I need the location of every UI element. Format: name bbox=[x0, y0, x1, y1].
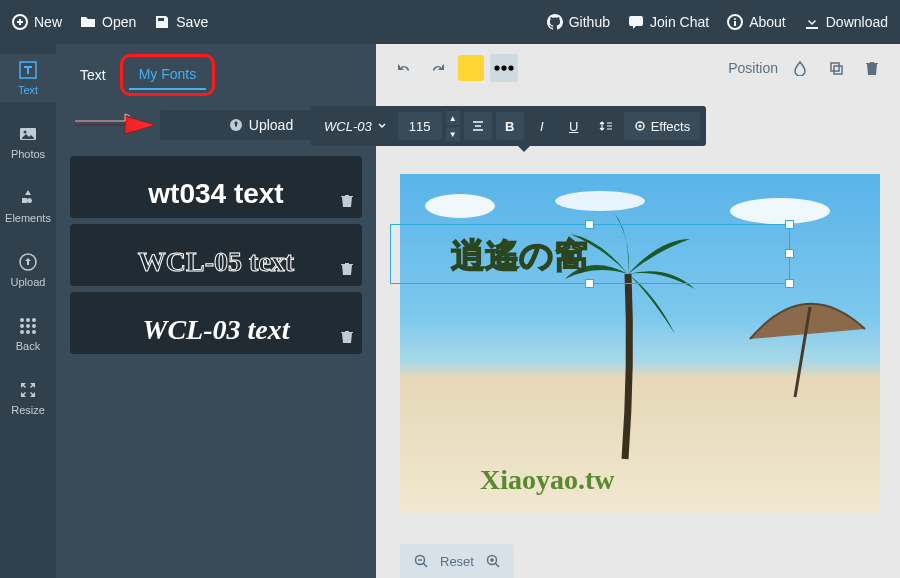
trash-icon bbox=[864, 60, 880, 76]
new-button[interactable]: New bbox=[12, 14, 62, 30]
tab-text[interactable]: Text bbox=[70, 61, 116, 89]
svg-point-15 bbox=[32, 330, 36, 334]
underline-button[interactable]: U bbox=[560, 112, 588, 140]
svg-point-10 bbox=[20, 324, 24, 328]
step-up[interactable]: ▲ bbox=[446, 111, 460, 125]
copy-button[interactable] bbox=[822, 54, 850, 82]
nav-label: Open bbox=[102, 14, 136, 30]
italic-button[interactable]: I bbox=[528, 112, 556, 140]
bold-button[interactable]: B bbox=[496, 112, 524, 140]
watermark-text: Xiaoyao.tw bbox=[480, 464, 615, 496]
tool-label: Elements bbox=[5, 212, 51, 224]
font-size-stepper[interactable]: ▲ ▼ bbox=[446, 110, 460, 142]
font-select[interactable]: WCL-03 bbox=[316, 119, 394, 134]
opacity-button[interactable] bbox=[786, 54, 814, 82]
delete-font-button[interactable] bbox=[340, 194, 354, 212]
delete-button[interactable] bbox=[858, 54, 886, 82]
effects-button[interactable]: Effects bbox=[624, 112, 701, 140]
svg-point-18 bbox=[501, 65, 506, 70]
top-nav: New Open Save Github Join Chat About Dow… bbox=[0, 0, 900, 44]
undo-button[interactable] bbox=[390, 54, 418, 82]
resize-handle[interactable] bbox=[785, 220, 794, 229]
upload-icon bbox=[229, 118, 243, 132]
resize-handle[interactable] bbox=[785, 279, 794, 288]
svg-line-32 bbox=[495, 564, 499, 568]
tool-label: Photos bbox=[11, 148, 45, 160]
position-label: Position bbox=[728, 60, 778, 76]
tool-label: Back bbox=[16, 340, 40, 352]
undo-icon bbox=[396, 60, 412, 76]
align-icon bbox=[471, 119, 485, 133]
font-card[interactable]: WCL-03 text bbox=[70, 292, 362, 354]
github-button[interactable]: Github bbox=[547, 14, 610, 30]
download-button[interactable]: Download bbox=[804, 14, 888, 30]
svg-point-1 bbox=[734, 18, 736, 20]
join-chat-button[interactable]: Join Chat bbox=[628, 14, 709, 30]
effects-icon bbox=[634, 120, 646, 132]
selected-text[interactable]: 逍遙の窩 bbox=[451, 233, 588, 279]
svg-point-11 bbox=[26, 324, 30, 328]
font-size-input[interactable]: 115 bbox=[398, 112, 442, 140]
open-button[interactable]: Open bbox=[80, 14, 136, 30]
svg-point-7 bbox=[20, 318, 24, 322]
resize-handle[interactable] bbox=[585, 279, 594, 288]
resize-tool[interactable]: Resize bbox=[0, 374, 56, 422]
delete-font-button[interactable] bbox=[340, 262, 354, 280]
svg-point-14 bbox=[26, 330, 30, 334]
about-button[interactable]: About bbox=[727, 14, 786, 30]
svg-point-13 bbox=[20, 330, 24, 334]
canvas-toolbar: Position bbox=[376, 44, 900, 92]
svg-rect-2 bbox=[734, 21, 736, 26]
nav-label: Github bbox=[569, 14, 610, 30]
svg-point-17 bbox=[494, 65, 499, 70]
selection-box[interactable]: 逍遙の窩 bbox=[390, 224, 790, 284]
chevron-down-icon bbox=[378, 122, 386, 130]
trash-icon bbox=[340, 262, 354, 276]
resize-tool-icon bbox=[18, 380, 38, 400]
delete-font-button[interactable] bbox=[340, 330, 354, 348]
annotation-highlight: My Fonts bbox=[120, 54, 216, 96]
svg-point-34 bbox=[638, 125, 641, 128]
photos-tool-icon bbox=[18, 124, 38, 144]
font-card[interactable]: wt034 text bbox=[70, 156, 362, 218]
tool-label: Text bbox=[18, 84, 38, 96]
nav-label: Join Chat bbox=[650, 14, 709, 30]
github-icon bbox=[547, 14, 563, 30]
elements-tool[interactable]: Elements bbox=[0, 182, 56, 230]
reset-zoom-button[interactable]: Reset bbox=[440, 554, 474, 569]
color-swatch[interactable] bbox=[458, 55, 484, 81]
more-button[interactable] bbox=[490, 54, 518, 82]
step-down[interactable]: ▼ bbox=[446, 127, 460, 141]
resize-handle[interactable] bbox=[585, 220, 594, 229]
open-icon bbox=[80, 14, 96, 30]
zoom-in-icon[interactable] bbox=[486, 554, 500, 568]
tabs: Text My Fonts bbox=[70, 54, 362, 96]
redo-button[interactable] bbox=[424, 54, 452, 82]
upload-label: Upload bbox=[249, 117, 293, 133]
canvas[interactable]: 逍遙の窩 Xiaoyao.tw bbox=[400, 174, 880, 514]
save-button[interactable]: Save bbox=[154, 14, 208, 30]
underline-icon: U bbox=[569, 119, 578, 134]
tab-my-fonts[interactable]: My Fonts bbox=[129, 60, 207, 90]
svg-point-22 bbox=[425, 194, 495, 218]
resize-handle[interactable] bbox=[785, 249, 794, 258]
zoom-out-icon[interactable] bbox=[414, 554, 428, 568]
svg-point-23 bbox=[555, 191, 645, 211]
trash-icon bbox=[340, 330, 354, 344]
align-button[interactable] bbox=[464, 112, 492, 140]
back-tool-icon bbox=[18, 316, 38, 336]
svg-rect-20 bbox=[831, 63, 839, 71]
redo-icon bbox=[430, 60, 446, 76]
position-button[interactable]: Position bbox=[722, 60, 778, 76]
back-tool[interactable]: Back bbox=[0, 310, 56, 358]
line-height-button[interactable] bbox=[592, 112, 620, 140]
photos-tool[interactable]: Photos bbox=[0, 118, 56, 166]
font-sample: WCL-05 text bbox=[84, 246, 348, 278]
line-height-icon bbox=[599, 119, 613, 133]
zoom-bar: Reset bbox=[400, 544, 514, 578]
font-card[interactable]: WCL-05 text bbox=[70, 224, 362, 286]
upload-tool[interactable]: Upload bbox=[0, 246, 56, 294]
text-tool[interactable]: Text bbox=[0, 54, 56, 102]
nav-label: Save bbox=[176, 14, 208, 30]
copy-icon bbox=[828, 60, 844, 76]
